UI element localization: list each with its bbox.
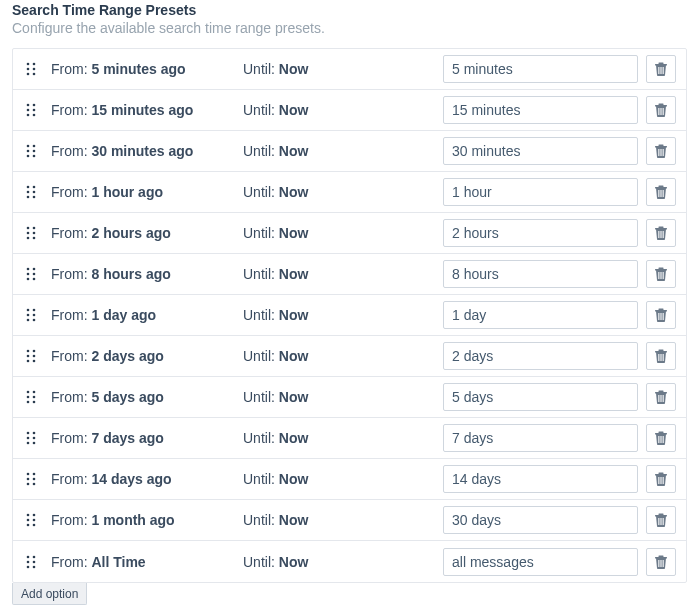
from-label: From: bbox=[51, 430, 88, 446]
label-cell bbox=[443, 506, 646, 534]
trash-icon bbox=[655, 308, 667, 322]
trash-icon bbox=[655, 555, 667, 569]
trash-icon bbox=[655, 144, 667, 158]
preset-label-input[interactable] bbox=[443, 178, 638, 206]
from-value: 14 days ago bbox=[91, 471, 171, 487]
until-value: Now bbox=[279, 102, 309, 118]
preset-label-input[interactable] bbox=[443, 424, 638, 452]
until-cell: Until: Now bbox=[243, 512, 443, 528]
until-value: Now bbox=[279, 266, 309, 282]
from-value: 5 minutes ago bbox=[91, 61, 185, 77]
drag-handle-icon[interactable] bbox=[17, 513, 45, 527]
delete-button[interactable] bbox=[646, 424, 676, 452]
drag-handle-icon[interactable] bbox=[17, 308, 45, 322]
preset-label-input[interactable] bbox=[443, 301, 638, 329]
preset-row: From: 1 hour agoUntil: Now bbox=[13, 172, 686, 213]
preset-label-input[interactable] bbox=[443, 137, 638, 165]
delete-button[interactable] bbox=[646, 506, 676, 534]
preset-label-input[interactable] bbox=[443, 383, 638, 411]
preset-label-input[interactable] bbox=[443, 548, 638, 576]
drag-handle-icon[interactable] bbox=[17, 144, 45, 158]
until-value: Now bbox=[279, 225, 309, 241]
from-value: 8 hours ago bbox=[91, 266, 170, 282]
trash-icon bbox=[655, 103, 667, 117]
until-label: Until: bbox=[243, 266, 275, 282]
delete-button[interactable] bbox=[646, 96, 676, 124]
preset-row: From: 8 hours agoUntil: Now bbox=[13, 254, 686, 295]
from-label: From: bbox=[51, 102, 88, 118]
delete-button[interactable] bbox=[646, 465, 676, 493]
until-cell: Until: Now bbox=[243, 430, 443, 446]
until-value: Now bbox=[279, 184, 309, 200]
from-value: 1 day ago bbox=[91, 307, 156, 323]
trash-icon bbox=[655, 472, 667, 486]
until-cell: Until: Now bbox=[243, 471, 443, 487]
delete-button[interactable] bbox=[646, 383, 676, 411]
drag-handle-icon[interactable] bbox=[17, 267, 45, 281]
from-cell: From: 2 hours ago bbox=[45, 225, 243, 241]
delete-button[interactable] bbox=[646, 548, 676, 576]
until-label: Until: bbox=[243, 143, 275, 159]
add-option-button[interactable]: Add option bbox=[12, 583, 87, 605]
drag-handle-icon[interactable] bbox=[17, 390, 45, 404]
from-value: 7 days ago bbox=[91, 430, 163, 446]
until-value: Now bbox=[279, 307, 309, 323]
drag-handle-icon[interactable] bbox=[17, 103, 45, 117]
until-label: Until: bbox=[243, 102, 275, 118]
preset-label-input[interactable] bbox=[443, 96, 638, 124]
delete-button[interactable] bbox=[646, 178, 676, 206]
label-cell bbox=[443, 465, 646, 493]
preset-label-input[interactable] bbox=[443, 260, 638, 288]
preset-label-input[interactable] bbox=[443, 465, 638, 493]
drag-handle-icon[interactable] bbox=[17, 555, 45, 569]
until-cell: Until: Now bbox=[243, 348, 443, 364]
from-cell: From: 1 month ago bbox=[45, 512, 243, 528]
until-cell: Until: Now bbox=[243, 389, 443, 405]
label-cell bbox=[443, 96, 646, 124]
preset-label-input[interactable] bbox=[443, 55, 638, 83]
drag-handle-icon[interactable] bbox=[17, 349, 45, 363]
until-value: Now bbox=[279, 143, 309, 159]
preset-row: From: All TimeUntil: Now bbox=[13, 541, 686, 582]
until-cell: Until: Now bbox=[243, 184, 443, 200]
until-label: Until: bbox=[243, 471, 275, 487]
until-cell: Until: Now bbox=[243, 143, 443, 159]
label-cell bbox=[443, 260, 646, 288]
delete-button[interactable] bbox=[646, 301, 676, 329]
drag-handle-icon[interactable] bbox=[17, 472, 45, 486]
delete-button[interactable] bbox=[646, 55, 676, 83]
preset-row: From: 5 minutes agoUntil: Now bbox=[13, 49, 686, 90]
from-cell: From: 1 hour ago bbox=[45, 184, 243, 200]
preset-row: From: 30 minutes agoUntil: Now bbox=[13, 131, 686, 172]
from-value: 30 minutes ago bbox=[91, 143, 193, 159]
from-value: 2 days ago bbox=[91, 348, 163, 364]
delete-button[interactable] bbox=[646, 260, 676, 288]
preset-label-input[interactable] bbox=[443, 342, 638, 370]
until-value: Now bbox=[279, 554, 309, 570]
label-cell bbox=[443, 383, 646, 411]
preset-label-input[interactable] bbox=[443, 506, 638, 534]
label-cell bbox=[443, 55, 646, 83]
from-cell: From: 5 days ago bbox=[45, 389, 243, 405]
drag-handle-icon[interactable] bbox=[17, 185, 45, 199]
delete-button[interactable] bbox=[646, 137, 676, 165]
from-value: 1 month ago bbox=[91, 512, 174, 528]
from-label: From: bbox=[51, 184, 88, 200]
drag-handle-icon[interactable] bbox=[17, 226, 45, 240]
delete-button[interactable] bbox=[646, 219, 676, 247]
drag-handle-icon[interactable] bbox=[17, 431, 45, 445]
label-cell bbox=[443, 424, 646, 452]
page-description: Configure the available search time rang… bbox=[12, 20, 687, 36]
delete-button[interactable] bbox=[646, 342, 676, 370]
trash-icon bbox=[655, 431, 667, 445]
drag-handle-icon[interactable] bbox=[17, 62, 45, 76]
until-cell: Until: Now bbox=[243, 225, 443, 241]
preset-row: From: 5 days agoUntil: Now bbox=[13, 377, 686, 418]
from-value: 15 minutes ago bbox=[91, 102, 193, 118]
from-cell: From: 7 days ago bbox=[45, 430, 243, 446]
preset-label-input[interactable] bbox=[443, 219, 638, 247]
until-cell: Until: Now bbox=[243, 61, 443, 77]
from-label: From: bbox=[51, 61, 88, 77]
trash-icon bbox=[655, 267, 667, 281]
until-label: Until: bbox=[243, 430, 275, 446]
